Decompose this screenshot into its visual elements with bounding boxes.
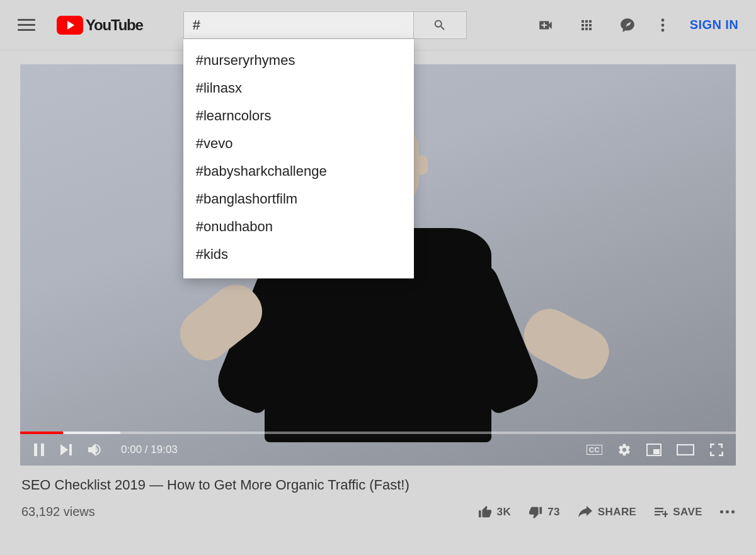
header-right: SIGN IN <box>537 17 738 33</box>
video-plus-icon <box>537 17 554 33</box>
pause-icon <box>33 443 45 457</box>
more-actions-button[interactable] <box>720 510 735 513</box>
theater-icon <box>677 444 694 455</box>
gear-icon <box>617 443 631 457</box>
volume-button[interactable] <box>87 442 103 457</box>
youtube-logo-text: YouTube <box>86 16 143 34</box>
like-count: 3K <box>497 506 512 518</box>
like-button[interactable]: 3K <box>478 505 512 519</box>
search-icon <box>433 18 447 32</box>
vertical-dots-icon <box>661 18 665 33</box>
captions-button[interactable]: CC <box>587 445 602 455</box>
search-suggestion-item[interactable]: #nurseryrhymes <box>183 47 414 74</box>
settings-button[interactable] <box>617 443 631 457</box>
svg-point-0 <box>661 18 664 21</box>
share-button[interactable]: SHARE <box>578 505 637 519</box>
playlist-add-icon <box>654 506 668 518</box>
pause-button[interactable] <box>33 443 45 457</box>
dislike-button[interactable]: 73 <box>529 505 560 519</box>
search-suggestion-item[interactable]: #banglashortfilm <box>183 185 414 213</box>
fullscreen-button[interactable] <box>709 443 723 457</box>
search-button[interactable] <box>414 11 467 39</box>
theater-mode-button[interactable] <box>677 444 694 455</box>
save-label: SAVE <box>673 506 702 518</box>
messages-button[interactable] <box>619 17 636 33</box>
svg-point-2 <box>661 28 664 31</box>
top-header: YouTube #nurseryrhymes#lilnasx#learncolo… <box>0 0 756 50</box>
next-icon <box>59 443 73 456</box>
search-suggestion-item[interactable]: #vevo <box>183 130 414 157</box>
thumbs-up-icon <box>478 505 492 519</box>
svg-rect-7 <box>653 449 660 454</box>
search-suggestion-item[interactable]: #lilnasx <box>183 74 414 102</box>
miniplayer-button[interactable] <box>646 443 662 456</box>
svg-rect-5 <box>69 444 72 455</box>
youtube-play-icon <box>57 16 83 35</box>
video-title: SEO Checklist 2019 — How to Get More Org… <box>21 477 735 493</box>
current-time: 0:00 <box>121 443 142 455</box>
thumbs-down-icon <box>529 505 542 519</box>
search-suggestions-dropdown: #nurseryrhymes#lilnasx#learncolors#vevo#… <box>183 39 414 278</box>
dislike-count: 73 <box>547 506 560 518</box>
search-suggestion-item[interactable]: #babysharkchallenge <box>183 157 414 185</box>
miniplayer-icon <box>646 443 662 456</box>
search-suggestion-item[interactable]: #kids <box>183 241 414 268</box>
volume-icon <box>87 442 103 457</box>
search-suggestion-item[interactable]: #onudhabon <box>183 213 414 241</box>
player-controls: 0:00 / 19:03 CC <box>20 434 736 466</box>
settings-menu-button[interactable] <box>661 18 665 33</box>
apps-button[interactable] <box>579 18 594 33</box>
svg-rect-8 <box>677 445 694 455</box>
svg-point-1 <box>661 23 664 26</box>
apps-grid-icon <box>579 18 594 33</box>
hamburger-menu-button[interactable] <box>18 16 35 34</box>
view-count: 63,192 views <box>21 505 95 519</box>
share-arrow-icon <box>578 505 593 519</box>
chat-bubble-icon <box>619 17 636 33</box>
video-meta: SEO Checklist 2019 — How to Get More Org… <box>21 477 735 519</box>
search-container: #nurseryrhymes#lilnasx#learncolors#vevo#… <box>183 11 467 39</box>
search-input[interactable] <box>183 11 414 39</box>
fullscreen-icon <box>709 443 723 457</box>
svg-rect-4 <box>41 443 44 456</box>
search-suggestion-item[interactable]: #learncolors <box>183 102 414 130</box>
share-label: SHARE <box>598 506 637 518</box>
time-display: 0:00 / 19:03 <box>121 443 178 456</box>
video-actions: 3K 73 SHARE SAVE <box>478 505 735 519</box>
create-video-button[interactable] <box>537 17 554 33</box>
svg-rect-3 <box>34 443 37 456</box>
sign-in-button[interactable]: SIGN IN <box>690 18 738 32</box>
duration: 19:03 <box>151 443 178 455</box>
save-button[interactable]: SAVE <box>654 506 702 518</box>
youtube-logo[interactable]: YouTube <box>57 16 143 35</box>
next-button[interactable] <box>59 443 73 456</box>
